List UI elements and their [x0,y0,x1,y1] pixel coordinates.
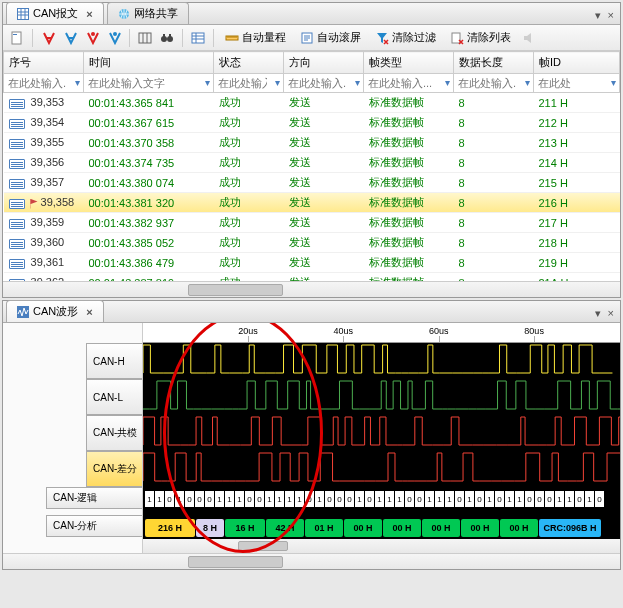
panel-controls: ▾ × [589,305,621,322]
col-status[interactable]: 状态 [214,52,284,74]
channel-can-diff[interactable]: CAN-差分 [86,451,142,487]
auto-range-button[interactable]: 自动量程 [220,28,291,47]
label: CAN-H [93,356,142,367]
binoculars-icon[interactable] [158,29,176,47]
filter-index[interactable] [4,74,83,92]
table-row[interactable]: 39,36000:01:43.385 052成功发送标准数据帧8218 H [4,233,620,253]
close-icon[interactable]: × [86,306,92,318]
close-icon[interactable]: × [608,307,614,319]
table-row[interactable]: 39,35400:01:43.367 615成功发送标准数据帧8212 H [4,113,620,133]
can-waveform-panel: CAN波形 × ▾ × 1.117V296.9mV-523.4mV CAN-H … [2,300,621,570]
table-row[interactable]: 39,35300:01:43.365 841成功发送标准数据帧8211 H [4,93,620,113]
filter-c-icon[interactable] [83,29,101,47]
grid-icon [17,8,29,20]
messages-table-wrap[interactable]: 序号 时间 状态 方向 帧类型 数据长度 帧ID ▾ ▾ ▾ ▾ ▾ ▾ ▾ [3,51,620,281]
clear-list-button[interactable]: 清除列表 [445,28,516,47]
filter-b-icon[interactable] [61,29,79,47]
filter-ftype[interactable] [364,74,453,92]
filter-d-icon[interactable] [105,29,123,47]
channel-can-h[interactable]: CAN-H [86,343,142,379]
wave-area: 1.117V296.9mV-523.4mV CAN-H 78.13mV-535.… [3,323,620,553]
table-row[interactable]: 39,35600:01:43.374 735成功发送标准数据帧8214 H [4,153,620,173]
tab-bar-top: CAN报文 × 网络共享 ▾ × [3,3,620,25]
page-icon[interactable] [8,29,26,47]
funnel-icon[interactable]: ▾ [75,77,80,88]
col-index[interactable]: 序号 [4,52,84,74]
channel-can-l[interactable]: CAN-L [86,379,142,415]
table-row[interactable]: 39,35700:01:43.380 074成功发送标准数据帧8215 H [4,173,620,193]
filter-time[interactable] [84,74,213,92]
tab-network-share[interactable]: 网络共享 [107,2,189,24]
byte-box: 00 H [383,519,421,537]
auto-scroll-button[interactable]: 自动滚屏 [295,28,366,47]
close-icon[interactable]: × [608,9,614,21]
flag-icon [30,199,38,209]
funnel-icon[interactable]: ▾ [275,77,280,88]
filter-status[interactable] [214,74,283,92]
row-icon [9,239,25,249]
col-datalen[interactable]: 数据长度 [454,52,534,74]
horizontal-scrollbar[interactable] [3,553,620,569]
col-frametype[interactable]: 帧类型 [364,52,454,74]
globe-icon [118,8,130,20]
funnel-icon[interactable]: ▾ [611,77,616,88]
row-icon [9,159,25,169]
tab-label: 网络共享 [134,6,178,21]
messages-toolbar: 自动量程 自动滚屏 清除过滤 清除列表 [3,25,620,51]
filter-a-icon[interactable] [39,29,57,47]
close-icon[interactable]: × [86,8,92,20]
horizontal-scrollbar[interactable] [143,539,620,553]
channel-can-logic[interactable]: CAN-逻辑 [46,487,142,509]
table-row[interactable]: 39,36200:01:43.387 819成功发送标准数据帧821A H [4,273,620,282]
svg-point-6 [113,32,117,36]
tab-can-waveform[interactable]: CAN波形 × [6,300,104,322]
svg-rect-15 [452,33,460,43]
table-row[interactable]: 39,35900:01:43.382 937成功发送标准数据帧8217 H [4,213,620,233]
byte-box: 216 H [145,519,195,537]
table-row[interactable]: 39,35500:01:43.370 358成功发送标准数据帧8213 H [4,133,620,153]
pin-icon[interactable]: ▾ [595,307,601,319]
col-frameid[interactable]: 帧ID [534,52,620,74]
byte-box: 8 H [196,519,224,537]
clear-filter-button[interactable]: 清除过滤 [370,28,441,47]
funnel-icon[interactable]: ▾ [445,77,450,88]
byte-box: 42 H [266,519,304,537]
funnel-icon[interactable]: ▾ [205,77,210,88]
table-icon[interactable] [189,29,207,47]
columns-icon[interactable] [136,29,154,47]
row-icon [9,119,25,129]
table-row[interactable]: 39,36100:01:43.386 479成功发送标准数据帧8219 H [4,253,620,273]
byte-box: 00 H [344,519,382,537]
channel-can-cm[interactable]: CAN-共模 [86,415,142,451]
filter-dir[interactable] [284,74,363,92]
logic-bits: 1101000111001111010001011100111010101100… [145,491,604,507]
label: CAN-逻辑 [53,491,142,505]
time-ruler: 20us40us60us80us [143,323,620,343]
filter-len[interactable] [454,74,533,92]
pin-icon[interactable]: ▾ [595,9,601,21]
col-time[interactable]: 时间 [84,52,214,74]
funnel-icon[interactable]: ▾ [525,77,530,88]
ruler-icon [225,31,239,45]
table-row[interactable]: 39,35800:01:43.381 320成功发送标准数据帧8216 H [4,193,620,213]
svg-point-5 [91,32,95,36]
label: 自动滚屏 [317,30,361,45]
label: CAN-共模 [93,426,142,440]
col-direction[interactable]: 方向 [284,52,364,74]
plot-area[interactable]: 20us40us60us80us 11010001110011110100010… [143,323,620,553]
channel-can-analysis[interactable]: CAN-分析 [46,515,142,537]
tab-can-messages[interactable]: CAN报文 × [6,2,104,24]
svg-rect-12 [192,33,204,43]
label: 自动量程 [242,30,286,45]
scroll-icon [300,31,314,45]
clear-filter-icon [375,31,389,45]
funnel-icon[interactable]: ▾ [355,77,360,88]
row-icon [9,259,25,269]
filter-fid[interactable] [534,74,619,92]
byte-box: 00 H [500,519,538,537]
sound-icon[interactable] [520,29,538,47]
horizontal-scrollbar[interactable] [3,281,620,297]
waveform-svg [143,343,620,493]
clear-list-icon [450,31,464,45]
byte-box: 16 H [225,519,265,537]
